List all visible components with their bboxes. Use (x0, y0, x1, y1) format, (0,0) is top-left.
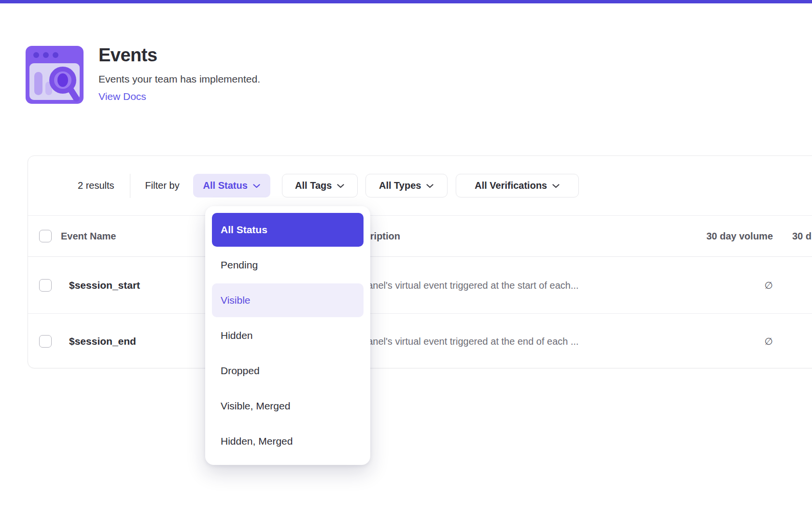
view-docs-link[interactable]: View Docs (98, 91, 146, 101)
select-all-checkbox[interactable] (39, 230, 52, 242)
dropdown-item-visible[interactable]: Visible (212, 283, 364, 317)
filter-all-verifications-button[interactable]: All Verifications (456, 174, 579, 197)
row-checkbox[interactable] (39, 335, 52, 348)
top-accent-bar (0, 0, 812, 3)
event-description: Mixpanel's virtual event triggered at th… (347, 336, 579, 347)
select-all-checkbox-cell (39, 230, 52, 242)
dropdown-item-all-status[interactable]: All Status (212, 213, 364, 247)
filter-all-types-button[interactable]: All Types (365, 174, 448, 197)
column-header-event-name: Event Name (61, 231, 116, 242)
filter-toolbar: 2 results Filter by All Status All Tags … (28, 156, 812, 215)
chevron-down-icon (253, 184, 260, 188)
chevron-down-icon (337, 184, 344, 188)
dropdown-item-dropped[interactable]: Dropped (212, 354, 364, 388)
event-description: Mixpanel's virtual event triggered at th… (347, 280, 579, 291)
status-dropdown-menu: All Status Pending Visible Hidden Droppe… (205, 206, 370, 465)
page-subtitle: Events your team has implemented. (98, 74, 436, 84)
toolbar-divider (130, 174, 130, 198)
event-30-day-volume: ∅ (765, 336, 773, 347)
chevron-down-icon (552, 184, 560, 188)
filter-by-label: Filter by (145, 180, 180, 191)
row-checkbox-cell (39, 279, 52, 292)
events-card: 2 results Filter by All Status All Tags … (28, 155, 812, 368)
filter-all-status-button[interactable]: All Status (193, 174, 270, 197)
column-header-clipped: 30 d (792, 231, 812, 242)
filter-all-status-label: All Status (203, 180, 248, 191)
dropdown-item-pending[interactable]: Pending (212, 248, 364, 282)
filter-all-types-label: All Types (379, 180, 421, 191)
filter-all-tags-label: All Tags (295, 180, 332, 191)
table-header-row: Event Name Description 30 day volume 30 … (28, 215, 812, 257)
event-name[interactable]: $session_end (69, 336, 136, 347)
table-row-session-end[interactable]: $session_end Mixpanel's virtual event tr… (28, 314, 812, 368)
table-row-session-start[interactable]: $session_start Mixpanel's virtual event … (28, 257, 812, 314)
row-checkbox[interactable] (39, 279, 52, 292)
page-title: Events (98, 46, 436, 64)
events-report-icon (26, 46, 84, 104)
column-header-30-day-volume: 30 day volume (706, 231, 773, 242)
dropdown-item-hidden[interactable]: Hidden (212, 319, 364, 352)
event-30-day-volume: ∅ (765, 280, 773, 291)
row-checkbox-cell (39, 335, 52, 348)
events-page: Events Events your team has implemented.… (0, 0, 812, 505)
dropdown-item-visible-merged[interactable]: Visible, Merged (212, 389, 364, 423)
filter-all-verifications-label: All Verifications (475, 180, 547, 191)
filter-all-tags-button[interactable]: All Tags (282, 174, 358, 197)
header-text: Events Events your team has implemented.… (98, 46, 436, 102)
chevron-down-icon (426, 184, 434, 188)
results-count: 2 results (78, 180, 114, 191)
event-name[interactable]: $session_start (69, 280, 140, 291)
dropdown-item-hidden-merged[interactable]: Hidden, Merged (212, 424, 364, 458)
